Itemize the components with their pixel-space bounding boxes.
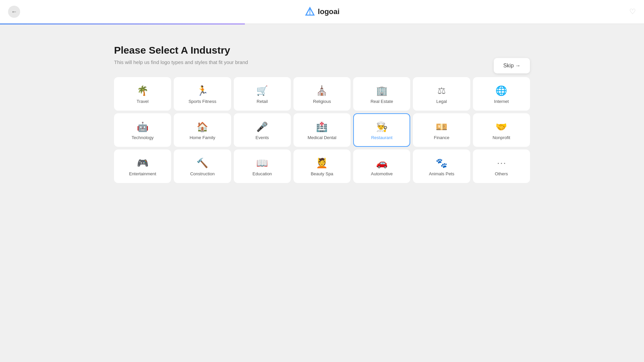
animals-pets-label: Animals Pets [429, 171, 454, 176]
others-label: Others [495, 171, 508, 176]
beauty-spa-icon: 💆 [316, 159, 328, 168]
back-button[interactable]: ← [8, 6, 20, 18]
industry-card-home-family[interactable]: 🏠Home Family [174, 113, 231, 147]
favorite-button[interactable]: ♡ [629, 7, 636, 16]
industry-card-entertainment[interactable]: 🎮Entertainment [114, 149, 171, 183]
automotive-label: Automotive [371, 171, 393, 176]
page-subtitle: This will help us find logo types and st… [114, 59, 530, 65]
industry-card-internet[interactable]: 🌐Internet [473, 77, 530, 111]
education-icon: 📖 [256, 159, 268, 168]
education-label: Education [253, 171, 272, 176]
construction-label: Construction [190, 171, 215, 176]
retail-icon: 🛒 [256, 86, 268, 96]
nonprofit-label: Nonprofit [492, 135, 510, 140]
events-label: Events [256, 135, 269, 140]
industry-card-animals-pets[interactable]: 🐾Animals Pets [413, 149, 470, 183]
internet-icon: 🌐 [495, 86, 507, 96]
main-content: Please Select A Industry This will help … [0, 24, 644, 196]
industry-card-nonprofit[interactable]: 🤝Nonprofit [473, 113, 530, 147]
industry-card-finance[interactable]: 💴Finance [413, 113, 470, 147]
logo-icon [305, 6, 315, 17]
technology-label: Technology [131, 135, 154, 140]
industry-card-others[interactable]: ⋯Others [473, 149, 530, 183]
entertainment-label: Entertainment [129, 171, 156, 176]
page-title: Please Select A Industry [114, 45, 530, 56]
home-family-label: Home Family [190, 135, 215, 140]
medical-dental-icon: 🏥 [316, 122, 328, 132]
skip-button[interactable]: Skip → [494, 58, 530, 73]
beauty-spa-label: Beauty Spa [311, 171, 333, 176]
skip-label: Skip → [503, 63, 521, 69]
entertainment-icon: 🎮 [137, 159, 149, 168]
medical-dental-label: Medical Dental [308, 135, 336, 140]
legal-label: Legal [436, 99, 447, 104]
industry-card-beauty-spa[interactable]: 💆Beauty Spa [293, 149, 351, 183]
logo-text: logoai [318, 7, 340, 16]
industry-card-travel[interactable]: 🌴Travel [114, 77, 171, 111]
others-icon: ⋯ [497, 159, 506, 168]
religious-label: Religious [313, 99, 331, 104]
header: ← logoai ♡ [0, 0, 644, 23]
real-estate-label: Real Estate [371, 99, 393, 104]
automotive-icon: 🚗 [376, 159, 388, 168]
retail-label: Retail [257, 99, 268, 104]
industry-card-automotive[interactable]: 🚗Automotive [353, 149, 410, 183]
restaurant-icon: 👨‍🍳 [376, 122, 388, 132]
travel-icon: 🌴 [137, 86, 149, 96]
back-icon: ← [11, 8, 17, 15]
sports-fitness-icon: 🏃 [197, 86, 208, 96]
industry-card-events[interactable]: 🎤Events [234, 113, 291, 147]
sports-fitness-label: Sports Fitness [189, 99, 216, 104]
animals-pets-icon: 🐾 [436, 159, 447, 168]
industry-card-legal[interactable]: ⚖Legal [413, 77, 470, 111]
industry-card-education[interactable]: 📖Education [234, 149, 291, 183]
industry-card-restaurant[interactable]: 👨‍🍳Restaurant [353, 113, 410, 147]
religious-icon: ⛪ [316, 86, 328, 96]
restaurant-label: Restaurant [371, 135, 392, 140]
internet-label: Internet [494, 99, 509, 104]
travel-label: Travel [137, 99, 149, 104]
legal-icon: ⚖ [437, 86, 446, 96]
events-icon: 🎤 [256, 122, 268, 132]
heart-icon: ♡ [629, 7, 636, 16]
technology-icon: 🤖 [137, 122, 149, 132]
industry-card-technology[interactable]: 🤖Technology [114, 113, 171, 147]
real-estate-icon: 🏢 [376, 86, 388, 96]
finance-label: Finance [434, 135, 449, 140]
industry-card-sports-fitness[interactable]: 🏃Sports Fitness [174, 77, 231, 111]
industry-card-construction[interactable]: 🔨Construction [174, 149, 231, 183]
industry-card-real-estate[interactable]: 🏢Real Estate [353, 77, 410, 111]
construction-icon: 🔨 [197, 159, 208, 168]
industry-grid: 🌴Travel🏃Sports Fitness🛒Retail⛪Religious🏢… [114, 77, 530, 183]
logo: logoai [305, 6, 340, 17]
industry-card-religious[interactable]: ⛪Religious [293, 77, 351, 111]
industry-card-retail[interactable]: 🛒Retail [234, 77, 291, 111]
finance-icon: 💴 [436, 122, 447, 132]
home-family-icon: 🏠 [197, 122, 208, 132]
nonprofit-icon: 🤝 [495, 122, 507, 132]
industry-card-medical-dental[interactable]: 🏥Medical Dental [293, 113, 351, 147]
